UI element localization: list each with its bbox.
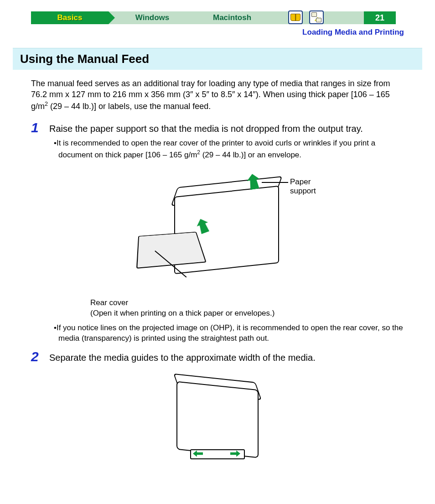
step-text: Raise the paper support so that the medi… — [49, 121, 363, 135]
tab-macintosh[interactable]: Macintosh — [191, 11, 273, 24]
callout-paper-support: Paper support — [290, 177, 316, 196]
figure-2 — [31, 372, 404, 477]
icon-slot — [273, 11, 364, 24]
step-text: Separate the media guides to the approxi… — [49, 350, 316, 364]
tab-windows[interactable]: Windows — [109, 11, 191, 24]
step-2: 2 Separate the media guides to the appro… — [31, 350, 404, 364]
content-area: Using the Manual Feed The manual feed se… — [0, 48, 435, 501]
book-icon[interactable] — [288, 10, 303, 24]
intro-paragraph: The manual feed serves as an additional … — [31, 78, 404, 112]
network-icon[interactable] — [309, 10, 324, 24]
step-number: 1 — [31, 121, 49, 135]
section-title: Using the Manual Feed — [13, 48, 422, 70]
step-1: 1 Raise the paper support so that the me… — [31, 121, 404, 135]
top-nav: Basics Windows Macintosh 21 — [31, 11, 435, 24]
step-number: 2 — [31, 350, 49, 364]
step-1-bullet-2: •If you notice lines on the projected im… — [54, 323, 404, 344]
step-1-bullet-1: •It is recommended to open the rear cove… — [54, 138, 404, 161]
callout-rear-cover: Rear cover (Open it when printing on a t… — [90, 298, 404, 318]
printer-illustration-1: Paper support — [119, 168, 316, 291]
figure-1: Paper support — [31, 168, 404, 291]
printer-illustration-2 — [149, 372, 286, 477]
tab-basics[interactable]: Basics — [31, 11, 109, 24]
breadcrumb[interactable]: Loading Media and Printing — [0, 28, 404, 37]
page-number: 21 — [364, 11, 396, 24]
